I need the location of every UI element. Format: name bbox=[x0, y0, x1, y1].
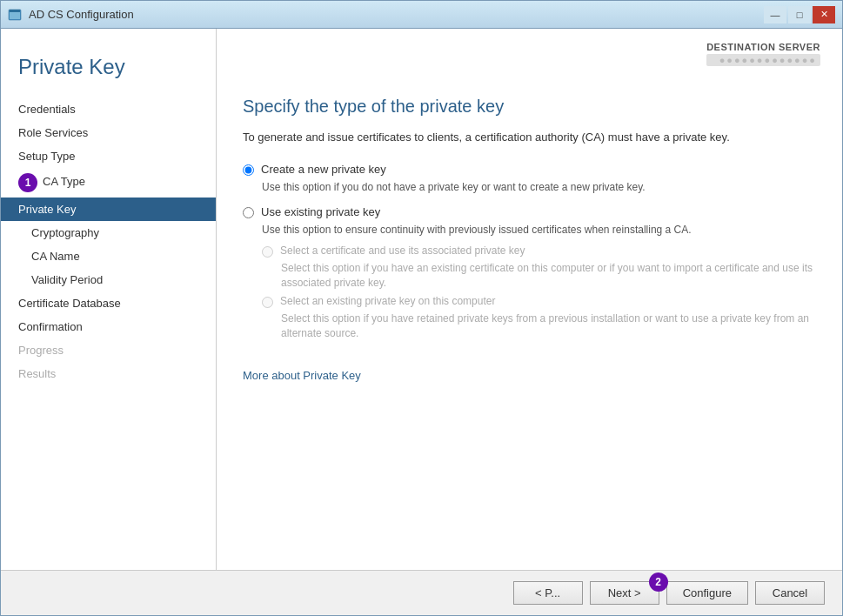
close-button[interactable]: ✕ bbox=[813, 6, 835, 23]
select-cert-radio bbox=[262, 246, 273, 258]
badge-2: 2 bbox=[649, 572, 668, 592]
select-existing-option: Select an existing private key on this c… bbox=[262, 295, 816, 308]
dest-label: DESTINATION SERVER bbox=[706, 42, 820, 52]
sidebar: Private Key Credentials Role Services Se… bbox=[1, 29, 217, 570]
svg-rect-1 bbox=[10, 12, 20, 19]
title-controls: — □ ✕ bbox=[764, 6, 835, 23]
sidebar-item-credentials[interactable]: Credentials bbox=[1, 97, 216, 121]
create-new-radio[interactable] bbox=[243, 164, 254, 176]
main-description: To generate and issue certificates to cl… bbox=[243, 130, 816, 145]
main-header: DESTINATION SERVER ●●●●●●●●●●●●● bbox=[217, 29, 842, 79]
select-cert-label: Select a certificate and use its associa… bbox=[280, 244, 525, 257]
sidebar-item-ca-type[interactable]: 1CA Type bbox=[1, 168, 216, 198]
use-existing-description: Use this option to ensure continuity wit… bbox=[262, 223, 816, 238]
sidebar-item-confirmation[interactable]: Confirmation bbox=[1, 315, 216, 338]
main-body: Specify the type of the private key To g… bbox=[217, 79, 842, 570]
sidebar-item-results: Results bbox=[1, 362, 216, 385]
sidebar-item-role-services[interactable]: Role Services bbox=[1, 121, 216, 144]
sidebar-item-progress: Progress bbox=[1, 338, 216, 362]
select-existing-radio bbox=[262, 297, 273, 308]
create-new-label[interactable]: Create a new private key bbox=[261, 163, 386, 176]
destination-server: DESTINATION SERVER ●●●●●●●●●●●●● bbox=[706, 42, 820, 66]
create-new-group: Create a new private key Use this option… bbox=[243, 163, 816, 195]
use-existing-option: Use existing private key bbox=[243, 205, 816, 218]
sidebar-item-cryptography[interactable]: Cryptography bbox=[1, 221, 216, 244]
more-about-link[interactable]: More about Private Key bbox=[243, 369, 361, 382]
badge-1: 1 bbox=[18, 173, 37, 192]
sidebar-header: Private Key bbox=[1, 46, 216, 97]
sidebar-item-validity-period[interactable]: Validity Period bbox=[1, 268, 216, 291]
content-area: Private Key Credentials Role Services Se… bbox=[1, 29, 842, 570]
sidebar-item-certificate-database[interactable]: Certificate Database bbox=[1, 291, 216, 315]
sidebar-item-private-key[interactable]: Private Key bbox=[1, 198, 216, 221]
select-cert-description: Select this option if you have an existi… bbox=[281, 261, 816, 291]
cancel-button[interactable]: Cancel bbox=[755, 581, 825, 605]
sidebar-item-ca-name[interactable]: CA Name bbox=[1, 244, 216, 268]
create-new-option: Create a new private key bbox=[243, 163, 816, 176]
use-existing-group: Use existing private key Use this option… bbox=[243, 205, 816, 341]
select-existing-label: Select an existing private key on this c… bbox=[280, 295, 495, 307]
create-new-description: Use this option if you do not have a pri… bbox=[262, 180, 816, 195]
sub-radio-group: Select a certificate and use its associa… bbox=[262, 244, 816, 341]
use-existing-label[interactable]: Use existing private key bbox=[261, 205, 380, 218]
maximize-button[interactable]: □ bbox=[788, 6, 811, 23]
svg-rect-2 bbox=[10, 10, 20, 12]
section-title: Specify the type of the private key bbox=[243, 97, 816, 117]
page-title: Private Key bbox=[18, 55, 198, 80]
main-content: DESTINATION SERVER ●●●●●●●●●●●●● Specify… bbox=[217, 29, 842, 570]
back-button[interactable]: < P... bbox=[513, 581, 583, 605]
title-bar: AD CS Configuration — □ ✕ bbox=[1, 1, 842, 29]
footer: < P... Next > 2 Configure Cancel bbox=[1, 570, 842, 615]
select-cert-option: Select a certificate and use its associa… bbox=[262, 244, 816, 258]
sidebar-item-setup-type[interactable]: Setup Type bbox=[1, 144, 216, 168]
dest-value: ●●●●●●●●●●●●● bbox=[706, 54, 820, 66]
main-window: AD CS Configuration — □ ✕ Private Key Cr… bbox=[0, 0, 843, 616]
title-bar-left: AD CS Configuration bbox=[8, 8, 134, 22]
app-icon bbox=[8, 8, 22, 22]
use-existing-radio[interactable] bbox=[243, 207, 254, 218]
window-title: AD CS Configuration bbox=[29, 8, 134, 21]
sidebar-nav: Credentials Role Services Setup Type 1CA… bbox=[1, 97, 216, 552]
configure-button[interactable]: Configure bbox=[666, 581, 748, 605]
minimize-button[interactable]: — bbox=[764, 6, 786, 23]
select-existing-description: Select this option if you have retained … bbox=[281, 311, 816, 341]
